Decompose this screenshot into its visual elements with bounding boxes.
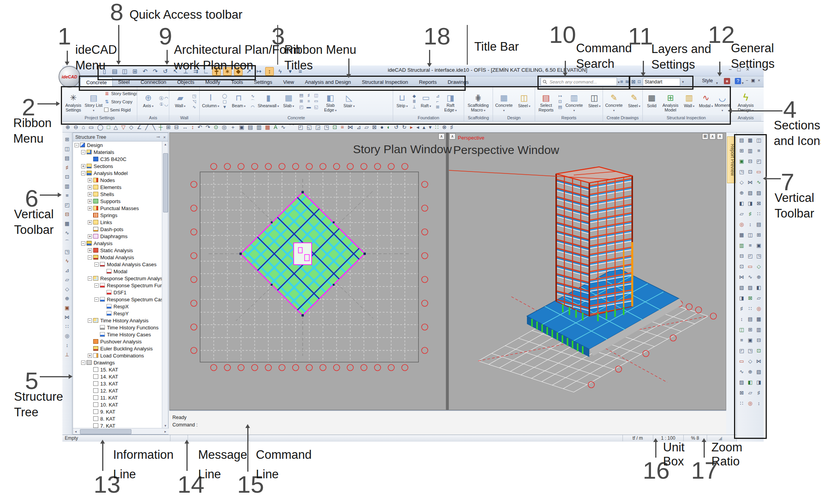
tree-item[interactable]: + Load Combinations: [73, 352, 162, 359]
tool-icon[interactable]: ⋈: [746, 178, 755, 188]
tool-icon[interactable]: ↻: [402, 123, 407, 131]
tool-icon[interactable]: A: [274, 123, 277, 131]
tool-icon[interactable]: ▱: [746, 388, 755, 399]
design-steel-button[interactable]: ◫Steel: [514, 91, 534, 113]
tree-item[interactable]: 14. KAT: [73, 373, 162, 380]
wall-inspection-button[interactable]: ▥Wall: [681, 91, 697, 113]
tool-icon[interactable]: ▭: [89, 123, 94, 131]
tool-icon[interactable]: ◎: [222, 123, 227, 131]
tool-icon[interactable]: ◰: [738, 346, 746, 357]
tree-item[interactable]: 7. KAT: [73, 422, 162, 428]
layer-list-icon[interactable]: ≡: [620, 78, 623, 86]
story-list-button[interactable]: ▤Story List: [84, 90, 103, 112]
concrete-mini-icon[interactable]: ◰: [298, 104, 305, 110]
tool-icon[interactable]: ▦: [746, 136, 755, 146]
tool-icon[interactable]: ⊞: [755, 230, 763, 241]
style-dropdown-icon[interactable]: ▾: [716, 79, 718, 87]
tree-vertical-scrollbar[interactable]: ▴ ▾: [162, 141, 168, 428]
tool-icon[interactable]: ◲: [315, 123, 320, 131]
tool-icon[interactable]: ⊞: [746, 325, 755, 336]
tree-item[interactable]: − Analysis: [73, 240, 162, 247]
tree-item[interactable]: + Diaphragms: [73, 233, 162, 240]
tool-icon[interactable]: ⊕: [65, 295, 69, 301]
tree-item[interactable]: DSF1: [73, 289, 162, 296]
ribbon-tab[interactable]: Concrete: [80, 77, 113, 87]
undo-icon[interactable]: ↶: [141, 67, 149, 75]
axis-mini-icon[interactable]: Ⓐ: [159, 96, 164, 102]
select-reports-button[interactable]: ▤Select Reports: [536, 90, 556, 112]
tool-icon[interactable]: ∿: [738, 367, 746, 378]
ribbon-tab[interactable]: View: [278, 77, 300, 87]
tool-icon[interactable]: ◇: [129, 123, 133, 131]
tool-icon[interactable]: ▤: [738, 136, 746, 146]
tool-icon[interactable]: ▱: [65, 277, 69, 283]
tree-item[interactable]: + Sections: [73, 163, 162, 170]
tool-icon[interactable]: ∷: [738, 399, 746, 409]
tool-icon[interactable]: ≡: [66, 193, 69, 198]
tree-item[interactable]: − Response Spectrum Cases: [73, 296, 162, 303]
save-all-icon[interactable]: ⊞: [131, 67, 139, 75]
axis-mini-icon[interactable]: ◡: [164, 102, 169, 108]
tree-item[interactable]: + Links: [73, 219, 162, 226]
tool-icon[interactable]: ⌒: [65, 239, 70, 245]
concrete-mini-icon[interactable]: ⊞: [298, 99, 305, 104]
tree-expand-toggle[interactable]: −: [94, 262, 99, 267]
help-dropdown-icon[interactable]: ▾: [742, 79, 744, 87]
tree-item[interactable]: + Punctual Masses: [73, 205, 162, 212]
semi-rigid-checkbox[interactable]: Semi Rigid: [104, 106, 137, 113]
tree-item[interactable]: − Modal Analysis Cases: [73, 261, 162, 268]
perspective-window[interactable]: [449, 133, 726, 410]
tree-item[interactable]: + Elements: [73, 184, 162, 191]
layer-freeze-icon[interactable]: ⊠: [631, 78, 636, 86]
tool-icon[interactable]: △: [113, 123, 118, 131]
tool-icon[interactable]: ↕: [746, 220, 755, 230]
tool-icon[interactable]: ◎: [755, 304, 763, 315]
tool-icon[interactable]: ◰: [746, 251, 755, 262]
tool-icon[interactable]: ◎: [746, 399, 755, 409]
solid-view-button[interactable]: ▦Solid: [644, 91, 660, 113]
tool-icon[interactable]: ▥: [746, 146, 755, 157]
tool-icon[interactable]: ⊿: [65, 267, 69, 273]
tool-icon[interactable]: ⊠: [372, 123, 377, 131]
tool-icon[interactable]: ≡: [341, 123, 344, 131]
tool-icon[interactable]: ▥: [65, 183, 69, 189]
tool-icon[interactable]: ⊕: [746, 367, 755, 378]
tool-icon[interactable]: ◫: [755, 136, 763, 146]
concrete-mini-icon[interactable]: ▬: [305, 104, 312, 110]
tool-icon[interactable]: ◎: [65, 333, 69, 339]
doc-close-icon[interactable]: ×: [758, 78, 760, 83]
story-settings-button[interactable]: ≣Story Settings: [104, 90, 137, 97]
tool-icon[interactable]: ▤: [248, 123, 253, 131]
window-collapse-button[interactable]: ∧: [449, 133, 456, 140]
concrete-mini-icon[interactable]: ♯: [305, 93, 312, 99]
window-close-icon[interactable]: ⊠: [702, 133, 708, 140]
tool-icon[interactable]: ◧: [738, 199, 746, 209]
tool-icon[interactable]: ⊗: [442, 123, 447, 131]
tool-icon[interactable]: ▽: [121, 123, 126, 131]
tool-icon[interactable]: ∷: [746, 304, 755, 315]
concrete-mini-icon[interactable]: ◱: [312, 104, 320, 110]
reports-concrete-button[interactable]: ▥Concrete: [564, 90, 584, 112]
reports-mini-icon[interactable]: ▤: [557, 104, 564, 110]
tool-icon[interactable]: ⊠: [755, 199, 763, 209]
tool-icon[interactable]: ⋈: [738, 272, 746, 283]
tool-icon[interactable]: ◰: [755, 157, 763, 167]
tool-icon[interactable]: ↷: [206, 123, 210, 131]
tool-icon[interactable]: ∿: [746, 272, 755, 283]
tool-icon[interactable]: ◧: [755, 283, 763, 294]
tree-item[interactable]: − Modal Analysis: [73, 254, 162, 261]
tool-icon[interactable]: ▦: [755, 315, 763, 325]
tree-expand-toggle[interactable]: −: [94, 283, 99, 288]
ribbon-tab[interactable]: Reports: [413, 77, 442, 87]
tool-icon[interactable]: ▨: [746, 283, 755, 294]
tool-icon[interactable]: ▱: [755, 294, 763, 304]
ribbon-tab[interactable]: Drawings: [442, 77, 474, 87]
tool-icon[interactable]: ♯: [450, 123, 453, 131]
doc-minimize-icon[interactable]: −: [746, 78, 748, 83]
tool-icon[interactable]: ◂: [416, 123, 419, 131]
tool-icon[interactable]: ⊙: [214, 123, 218, 131]
command-search[interactable]: [541, 78, 617, 86]
foundation-mini-icon[interactable]: ⊞: [434, 104, 441, 110]
ribbon-tab[interactable]: Structural Inspection: [356, 77, 414, 87]
window-collapse-icon[interactable]: ∧: [717, 133, 723, 140]
